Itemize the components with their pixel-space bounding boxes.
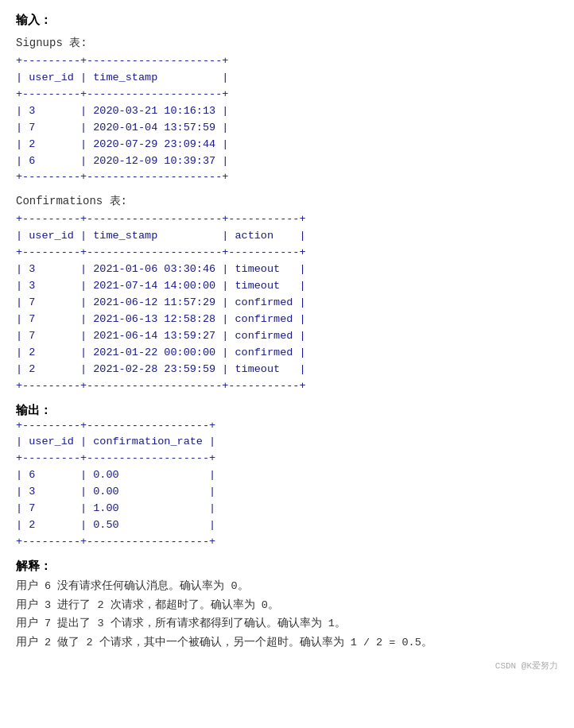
signups-table: +---------+---------------------+ | user… bbox=[16, 53, 558, 186]
explain-line: 用户 3 进行了 2 次请求，都超时了。确认率为 0。 bbox=[16, 596, 558, 615]
output-label: 输出： bbox=[16, 403, 558, 418]
confirmations-label: Confirmations 表: bbox=[16, 194, 558, 208]
output-table: +---------+-------------------+ | user_i… bbox=[16, 418, 558, 551]
signups-section: Signups 表: +---------+------------------… bbox=[16, 36, 558, 186]
explain-text: 用户 6 没有请求任何确认消息。确认率为 0。用户 3 进行了 2 次请求，都超… bbox=[16, 577, 558, 652]
explanation-section: 解释： 用户 6 没有请求任何确认消息。确认率为 0。用户 3 进行了 2 次请… bbox=[16, 559, 558, 652]
confirmations-section: Confirmations 表: +---------+------------… bbox=[16, 194, 558, 394]
explain-line: 用户 6 没有请求任何确认消息。确认率为 0。 bbox=[16, 577, 558, 596]
explain-line: 用户 2 做了 2 个请求，其中一个被确认，另一个超时。确认率为 1 / 2 =… bbox=[16, 633, 558, 652]
signups-label: Signups 表: bbox=[16, 36, 558, 50]
confirmations-table: +---------+---------------------+-------… bbox=[16, 211, 558, 394]
explain-label: 解释： bbox=[16, 559, 558, 574]
input-label: 输入： bbox=[16, 13, 558, 28]
output-section: 输出： +---------+-------------------+ | us… bbox=[16, 403, 558, 551]
watermark: CSDN @K爱努力 bbox=[16, 660, 558, 672]
input-section: 输入： bbox=[16, 13, 558, 28]
explain-line: 用户 7 提出了 3 个请求，所有请求都得到了确认。确认率为 1。 bbox=[16, 614, 558, 633]
